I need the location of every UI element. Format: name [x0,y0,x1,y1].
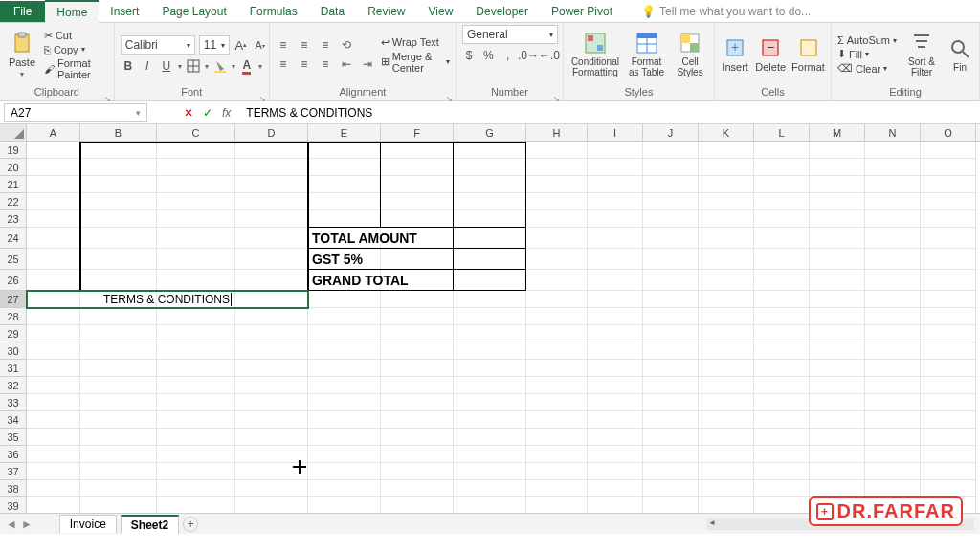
row-header-29[interactable]: 29 [0,325,27,342]
tab-power-pivot[interactable]: Power Pivot [540,1,624,22]
number-format-select[interactable]: General▾ [462,25,558,44]
align-top-icon[interactable]: ≡ [276,37,291,53]
row-header-34[interactable]: 34 [0,411,27,429]
col-header-G[interactable]: G [454,124,526,141]
row-header-23[interactable]: 23 [0,210,27,228]
borders-button[interactable] [186,58,201,74]
block-left[interactable] [80,142,308,291]
row-header-31[interactable]: 31 [0,360,27,377]
align-right-icon[interactable]: ≡ [318,56,333,72]
conditional-formatting-button[interactable]: Conditional Formatting [569,32,621,77]
formula-input[interactable]: TERMS & CONDITIONS [240,106,980,120]
row-header-35[interactable]: 35 [0,429,27,446]
row-header-19[interactable]: 19 [0,142,27,159]
col-header-F[interactable]: F [381,124,454,141]
decrease-decimal-icon[interactable]: ←.0 [542,48,557,63]
col-header-L[interactable]: L [754,124,810,141]
dialog-launcher-icon[interactable] [259,91,267,99]
col-header-I[interactable]: I [588,124,643,141]
tab-developer[interactable]: Developer [464,1,540,22]
row-header-39[interactable]: 39 [0,497,27,513]
decrease-font-icon[interactable]: A▾ [253,37,268,53]
tab-view[interactable]: View [417,1,465,22]
bold-button[interactable]: B [121,58,136,74]
col-header-M[interactable]: M [810,124,865,141]
orientation-icon[interactable]: ⟲ [339,37,354,53]
sep-fg-totals[interactable] [381,228,454,291]
insert-function-button[interactable]: fx [222,106,231,120]
row-header-33[interactable]: 33 [0,394,27,411]
row-header-26[interactable]: 26 [0,270,27,291]
italic-button[interactable]: I [140,58,155,74]
sheet-tab-sheet2[interactable]: Sheet2 [121,515,179,534]
dialog-launcher-icon[interactable] [446,91,454,99]
row-header-27[interactable]: 27 [0,291,27,308]
cells-area[interactable]: TOTAL AMOUNTGST 5%GRAND TOTALTERMS & CON… [27,142,980,513]
row-header-24[interactable]: 24 [0,228,27,249]
col-header-O[interactable]: O [921,124,976,141]
sort-filter-button[interactable]: Sort & Filter [902,32,941,77]
sheet-tab-invoice[interactable]: Invoice [59,515,117,533]
align-bottom-icon[interactable]: ≡ [318,37,333,53]
format-painter-button[interactable]: 🖌Format Painter [44,57,108,80]
cell-gst-val[interactable] [454,249,526,270]
row-header-21[interactable]: 21 [0,176,27,193]
tab-data[interactable]: Data [309,1,356,22]
autosum-button[interactable]: ΣAutoSum▾ [837,34,897,46]
row-header-25[interactable]: 25 [0,249,27,270]
tell-me-search[interactable]: 💡 Tell me what you want to do... [641,5,811,18]
fill-color-button[interactable] [212,58,228,74]
clear-button[interactable]: ⌫Clear▾ [837,62,897,75]
tab-insert[interactable]: Insert [99,1,150,22]
font-color-button[interactable]: A [239,58,255,74]
percent-format-icon[interactable]: % [481,48,495,63]
col-header-J[interactable]: J [643,124,699,141]
name-box[interactable]: A27 ▾ [4,103,147,122]
align-center-icon[interactable]: ≡ [297,56,312,72]
add-sheet-button[interactable]: + [183,517,198,532]
dialog-launcher-icon[interactable] [104,91,112,99]
cell-a27-editing[interactable]: TERMS & CONDITIONS [27,291,308,308]
sheet-nav-prev-icon[interactable]: ◄ [6,518,17,531]
col-header-H[interactable]: H [526,124,588,141]
row-header-28[interactable]: 28 [0,308,27,325]
tab-page-layout[interactable]: Page Layout [150,1,237,22]
increase-font-icon[interactable]: A▴ [234,37,249,53]
col-header-B[interactable]: B [80,124,157,141]
format-as-table-button[interactable]: Format as Table [627,32,666,77]
tab-home[interactable]: Home [45,0,99,23]
tab-file[interactable]: File [0,1,45,22]
sep-ef[interactable] [308,142,381,228]
row-header-22[interactable]: 22 [0,193,27,210]
cancel-formula-button[interactable]: ✕ [184,106,193,120]
fill-button[interactable]: ⬇Fill▾ [837,48,897,60]
comma-format-icon[interactable]: , [501,48,515,63]
paste-button[interactable]: Paste ▾ [6,32,38,78]
row-header-20[interactable]: 20 [0,159,27,176]
increase-indent-icon[interactable]: ⇥ [360,56,375,72]
row-header-30[interactable]: 30 [0,342,27,360]
align-left-icon[interactable]: ≡ [276,56,291,72]
col-a-border[interactable] [27,142,80,291]
row-header-37[interactable]: 37 [0,463,27,480]
copy-button[interactable]: ⎘Copy▾ [44,44,108,55]
find-select-button[interactable]: Fin [947,37,973,73]
wrap-text-button[interactable]: ↩Wrap Text [381,36,450,49]
increase-decimal-icon[interactable]: .0→ [521,48,536,63]
accounting-format-icon[interactable]: $ [462,48,476,63]
font-name-select[interactable]: Calibri▾ [121,35,195,55]
merge-center-button[interactable]: ⊞Merge & Center▾ [381,51,450,74]
cell-styles-button[interactable]: Cell Styles [672,32,708,77]
col-header-C[interactable]: C [157,124,235,141]
tab-formulas[interactable]: Formulas [238,1,309,22]
col-header-A[interactable]: A [27,124,80,141]
col-header-N[interactable]: N [865,124,921,141]
decrease-indent-icon[interactable]: ⇤ [339,56,354,72]
sheet-nav-next-icon[interactable]: ► [21,518,33,531]
row-header-38[interactable]: 38 [0,480,27,497]
delete-cells-button[interactable]: − Delete [755,36,786,73]
sep-fg[interactable] [381,142,454,228]
insert-cells-button[interactable]: + Insert [721,36,749,73]
font-size-select[interactable]: 11▾ [199,35,230,55]
row-header-32[interactable]: 32 [0,377,27,394]
